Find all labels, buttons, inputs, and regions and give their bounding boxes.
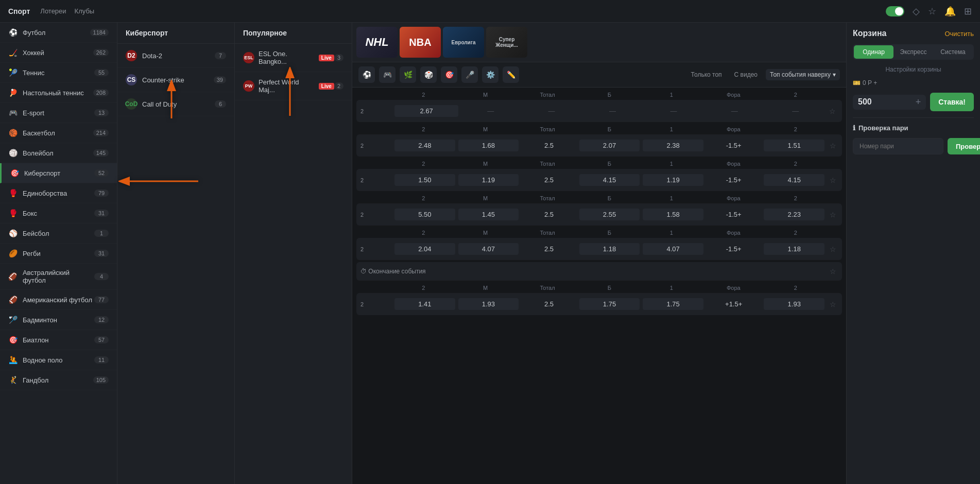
favorite-star[interactable]: ☆ [828,142,838,150]
check-pair-button[interactable]: Проверить [948,138,980,154]
banner-nhl[interactable]: NHL [356,27,398,58]
grid-icon[interactable]: ⊞ [964,6,972,17]
odds-cell[interactable]: 2.38 [643,140,703,151]
check-pair-header: ℹ Проверка пари [853,124,974,132]
sport-name: Регби [23,250,41,257]
odds-cell[interactable]: 1.41 [394,298,455,310]
odds-cell[interactable]: 2.07 [579,140,640,151]
filter-icon-green[interactable]: 🌿 [400,66,416,83]
star-icon[interactable]: ☆ [928,6,936,17]
arrow-popular-up [282,67,298,118]
basket-tab-system[interactable]: Система [933,45,973,59]
sidebar-item-гандбол[interactable]: 🤾 Гандбол 105 [0,370,117,390]
sidebar-item-бейсбол[interactable]: ⚾ Бейсбол 1 [0,223,117,244]
odds-cell[interactable]: 1.19 [643,174,703,186]
sidebar-item-волейбол[interactable]: 🏐 Волейбол 145 [0,143,117,163]
sidebar-item-хоккей[interactable]: 🏒 Хоккей 262 [0,43,117,63]
topnav-link-lotteries[interactable]: Лотереи [40,7,66,15]
banner-euroleague[interactable]: Евролига [443,27,484,58]
sidebar-item-австралийский-футбол[interactable]: 🏈 Австралийский футбол 4 [0,264,117,290]
filter-only-top[interactable]: Только топ [687,69,726,80]
odds-cell[interactable]: 1.18 [579,243,640,255]
basket-icon: 🎫 [853,79,861,87]
sidebar-item-бадминтон[interactable]: 🏸 Бадминтон 12 [0,310,117,330]
favorite-star[interactable]: ☆ [828,176,838,184]
filter-with-video[interactable]: С видео [730,69,762,80]
topnav-link-clubs[interactable]: Клубы [75,7,95,15]
filter-icon-edit[interactable]: ✏️ [503,66,519,83]
odds-cell[interactable]: 2.55 [579,209,640,220]
odds-cell[interactable]: 1.45 [458,209,519,220]
favorite-star[interactable]: ☆ [828,300,838,308]
odds-cell[interactable]: 4.15 [764,174,824,186]
cyber-item-dota-2[interactable]: D2 Dota-2 7 [117,44,234,68]
odds-cell[interactable]: 4.15 [579,174,640,186]
basket-tab-express[interactable]: Экспресс [893,45,933,59]
sidebar-item-киберспорт[interactable]: 🎯 Киберспорт 52 [0,163,117,183]
sidebar-item-e-sport[interactable]: 🎮 E-sport 13 [0,103,117,123]
basket-tab-single[interactable]: Одинар [854,45,893,59]
left-sidebar: ⚽ Футбол 1184 🏒 Хоккей 262 🎾 Теннис 55 🏓… [0,23,117,484]
toggle-button[interactable] [886,6,904,16]
odds-cell[interactable]: 1.50 [394,174,455,186]
odds-cell[interactable]: 1.93 [764,298,824,310]
sidebar-item-футбол[interactable]: ⚽ Футбол 1184 [0,23,117,43]
odds-cell[interactable]: 1.93 [458,298,519,310]
odds-cell[interactable]: 4.07 [643,243,703,255]
sidebar-item-единоборства[interactable]: 🥊 Единоборства 79 [0,183,117,203]
popular-column-header: Популярное [235,23,352,44]
odds-table-header-5: 2 М Тотал Б 1 Фора 2 [356,228,842,238]
sidebar-item-водное-поло[interactable]: 🤽 Водное поло 11 [0,350,117,370]
odds-cell[interactable]: 5.50 [394,209,455,220]
filter-icon-dice[interactable]: 🎲 [420,66,437,83]
odds-cell[interactable]: 1.19 [458,174,519,186]
odds-row-3: 2 1.50 1.19 2.5 4.15 1.19 -1.5+ 4.15 ☆ [356,169,842,191]
sport-name: Американский футбол [23,296,92,304]
sidebar-item-бокс[interactable]: 🥊 Бокс 31 [0,203,117,223]
sidebar-item-настольный-теннис[interactable]: 🏓 Настольный теннис 208 [0,83,117,103]
odds-cell[interactable]: 2.67 [394,105,458,117]
filter-top-events-dropdown[interactable]: Топ события наверху ▾ [766,69,840,80]
odds-cell[interactable]: 1.75 [579,298,640,310]
sidebar-item-баскетбол[interactable]: 🏀 Баскетбол 214 [0,123,117,143]
filter-icon-all[interactable]: ⚽ [358,66,375,83]
filter-icon-esport[interactable]: 🎮 [379,66,396,83]
sidebar-item-регби[interactable]: 🏉 Регби 31 [0,244,117,264]
sport-count: 57 [94,336,109,343]
diamond-icon[interactable]: ◇ [913,6,920,17]
sidebar-item-американский-футбол[interactable]: 🏈 Американский футбол 77 [0,290,117,310]
sport-icon: 🎾 [8,68,18,77]
odds-cell[interactable]: 2.04 [394,243,455,255]
odds-cell[interactable]: 2.23 [764,209,824,220]
favorite-star[interactable]: ☆ [828,245,838,253]
sport-icon: 🏒 [8,48,18,57]
sidebar-item-биатлон[interactable]: 🎯 Биатлон 57 [0,330,117,350]
odds-cell[interactable]: 1.58 [643,209,703,220]
banner-super[interactable]: СуперЖенщи... [486,27,527,58]
sport-icon: 🏸 [8,315,18,324]
favorite-star[interactable]: ☆ [828,107,838,115]
topnav: Спорт Лотереи Клубы ◇ ☆ 🔔 ⊞ [0,0,980,23]
filter-icon-gear[interactable]: ⚙️ [482,66,498,83]
filter-icon-mic[interactable]: 🎤 [461,66,478,83]
odds-cell[interactable]: 1.75 [643,298,703,310]
basket-clear-button[interactable]: Очистить [944,30,974,38]
place-bet-button[interactable]: Ставка! [930,93,974,111]
sport-name: Теннис [23,69,45,77]
basket-settings-link[interactable]: Настройки корзины [853,66,974,73]
stake-plus-button[interactable]: + [916,97,921,108]
favorite-star[interactable]: ☆ [828,211,838,219]
stake-input[interactable] [858,97,916,107]
sidebar-item-теннис[interactable]: 🎾 Теннис 55 [0,63,117,83]
odds-cell[interactable]: 1.51 [764,140,824,151]
favorite-star[interactable]: ☆ [828,267,838,275]
odds-cell[interactable]: 2.48 [394,140,455,151]
sport-icon: 🏈 [8,295,18,304]
odds-cell[interactable]: 1.68 [458,140,519,151]
filter-icon-target[interactable]: 🎯 [441,66,457,83]
odds-cell[interactable]: 4.07 [458,243,519,255]
banner-nba[interactable]: NBA [400,27,441,58]
odds-cell[interactable]: 1.18 [764,243,824,255]
pair-number-input[interactable] [853,138,943,154]
bell-icon[interactable]: 🔔 [944,6,956,17]
